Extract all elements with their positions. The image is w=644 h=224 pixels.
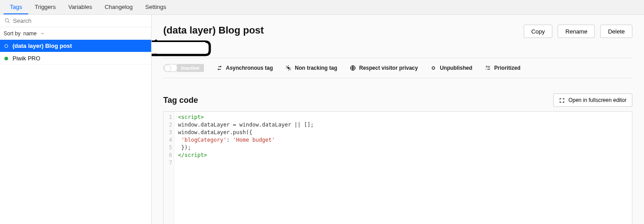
inactive-badge: Inactive — [177, 64, 204, 72]
rename-button[interactable]: Rename — [558, 25, 595, 38]
list-item[interactable]: (data layer) Blog post — [0, 40, 151, 52]
svg-point-6 — [432, 67, 435, 69]
code-editor[interactable]: 1 2 3 4 5 6 7 <script> window.dataLayer … — [163, 111, 632, 224]
code-section-head: Tag code Open in fullscreen editor — [163, 93, 632, 107]
fullscreen-icon — [559, 97, 565, 103]
nav-tab-variables[interactable]: Variables — [62, 0, 98, 14]
annotation-arrow-icon — [152, 38, 214, 58]
open-fullscreen-label: Open in fullscreen editor — [568, 97, 627, 103]
sort-label: Sort by — [4, 30, 21, 37]
nav-tab-triggers[interactable]: Triggers — [28, 0, 62, 14]
list-item-label: Piwik PRO — [13, 55, 40, 62]
globe-shield-icon — [350, 65, 356, 71]
nav-tab-changelog[interactable]: Changelog — [98, 0, 139, 14]
content-pane: (data layer) Blog post Copy Rename Delet… — [152, 15, 644, 224]
status-indicator-icon — [4, 57, 8, 60]
sidebar: Sort by name (data layer) Blog post Piwi… — [0, 15, 152, 224]
flag-unpublished: Unpublished — [430, 65, 472, 71]
active-toggle[interactable] — [163, 64, 178, 72]
nav-tab-settings[interactable]: Settings — [139, 0, 173, 14]
header-actions: Copy Rename Delete — [524, 25, 632, 38]
nav-tab-tags[interactable]: Tags — [4, 0, 28, 14]
flags-row: Inactive Asynchronous tag Non tracking t… — [163, 58, 632, 78]
flag-label: Asynchronous tag — [226, 65, 273, 71]
flag-label: Respect visitor privacy — [359, 65, 418, 71]
open-fullscreen-button[interactable]: Open in fullscreen editor — [553, 93, 632, 107]
search-row — [0, 15, 151, 27]
swap-icon — [216, 65, 223, 71]
active-toggle-group: Inactive — [163, 64, 204, 72]
delete-button[interactable]: Delete — [600, 25, 632, 38]
list-item-label: (data layer) Blog post — [13, 42, 72, 49]
list-item[interactable]: Piwik PRO — [0, 52, 151, 65]
code-gutter: 1 2 3 4 5 6 7 — [164, 112, 174, 224]
flag-nontracking: Non tracking tag — [285, 65, 337, 71]
no-location-icon — [285, 65, 292, 71]
circle-icon — [430, 65, 436, 71]
flag-label: Non tracking tag — [295, 65, 337, 71]
tag-list: (data layer) Blog post Piwik PRO — [0, 40, 151, 224]
flag-label: Unpublished — [440, 65, 472, 71]
chevron-down-icon — [40, 31, 45, 36]
svg-line-1 — [8, 21, 9, 23]
svg-rect-2 — [152, 42, 205, 54]
code-body[interactable]: <script> window.dataLayer = window.dataL… — [174, 112, 317, 224]
search-input[interactable] — [13, 17, 147, 24]
svg-line-4 — [287, 66, 291, 70]
sort-value: name — [23, 30, 37, 37]
status-indicator-icon — [4, 44, 8, 48]
flag-privacy: Respect visitor privacy — [350, 65, 418, 71]
copy-button[interactable]: Copy — [524, 25, 552, 38]
search-icon — [4, 18, 10, 24]
sort-row[interactable]: Sort by name — [0, 27, 151, 40]
header-row: (data layer) Blog post Copy Rename Delet… — [163, 15, 632, 38]
flag-label: Prioritized — [494, 65, 521, 71]
svg-point-0 — [5, 19, 9, 22]
page-title: (data layer) Blog post — [163, 25, 264, 36]
flag-async: Asynchronous tag — [216, 65, 273, 71]
top-nav: Tags Triggers Variables Changelog Settin… — [0, 0, 644, 15]
code-section-title: Tag code — [163, 96, 198, 105]
flag-prioritized: Prioritized — [485, 65, 521, 71]
priority-list-icon — [485, 65, 491, 71]
